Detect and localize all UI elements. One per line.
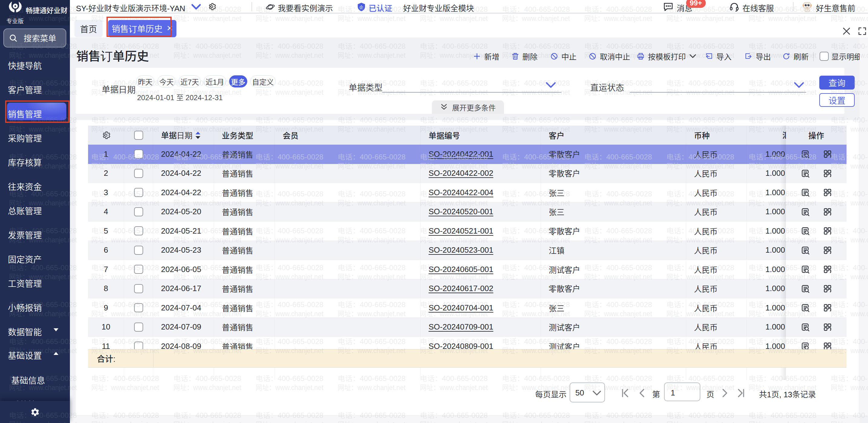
svg-text:企: 企 <box>359 4 364 10</box>
